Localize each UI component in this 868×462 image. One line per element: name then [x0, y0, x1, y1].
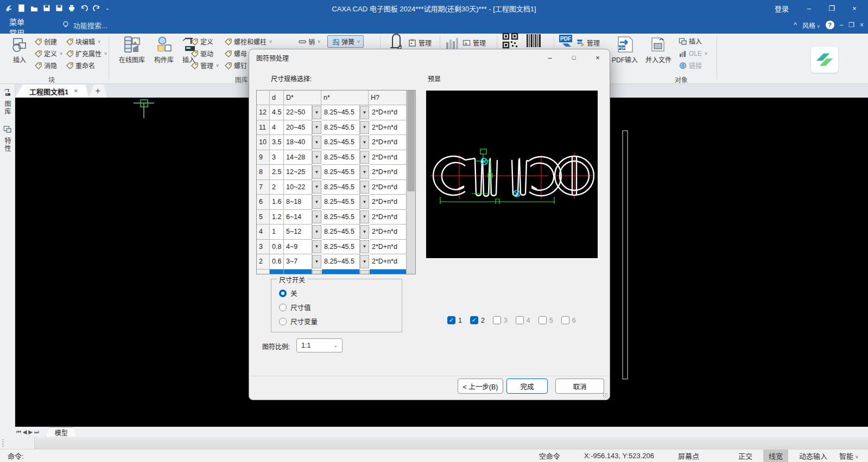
- D-cell[interactable]: 12~25: [284, 165, 312, 180]
- manage-clip-button[interactable]: 管理: [408, 37, 432, 48]
- manage-image-button[interactable]: 管理: [462, 37, 486, 48]
- status-screen-point[interactable]: 屏幕点: [666, 451, 732, 461]
- n-dropdown-button[interactable]: ▼: [360, 210, 369, 224]
- D-cell[interactable]: 10~22: [284, 180, 312, 195]
- table-row[interactable]: 12 4.5 22~50 ▼ 8.25~45.5 ▼ 2*D+n*d: [257, 105, 415, 120]
- D-dropdown-button[interactable]: ▼: [312, 240, 321, 254]
- D-dropdown-button[interactable]: ▼: [312, 210, 321, 224]
- table-row[interactable]: 7 2 10~22 ▼ 8.25~45.5 ▼ 2*D+n*d: [257, 180, 415, 195]
- table-row[interactable]: 8 2.5 12~25 ▼ 8.25~45.5 ▼ 2*D+n*d: [257, 165, 415, 180]
- insert-block-button[interactable]: 插入: [4, 35, 35, 64]
- view-checkbox[interactable]: ✓ 3: [493, 316, 508, 324]
- ribbon-small-button[interactable]: 螺母˅: [224, 48, 247, 59]
- table-row[interactable]: 1 0.5 3~6 ▼ 8.25~45.5 ▼ 2*D+n*d: [257, 270, 415, 275]
- n-cell[interactable]: 8.25~45.5: [322, 120, 360, 136]
- D-dropdown-button[interactable]: ▼: [312, 136, 321, 149]
- D-dropdown-button[interactable]: ▼: [312, 121, 321, 134]
- chart-tool[interactable]: [444, 35, 459, 49]
- D-dropdown-button[interactable]: ▼: [312, 225, 321, 239]
- table-row[interactable]: 4 1 5~12 ▼ 8.25~45.5 ▼ 2*D+n*d: [257, 224, 415, 240]
- n-cell[interactable]: 8.25~45.5: [322, 224, 360, 240]
- row-number-cell[interactable]: 12: [257, 105, 270, 120]
- n-cell[interactable]: 8.25~45.5: [322, 105, 360, 120]
- n-dropdown-button[interactable]: ▼: [360, 121, 369, 134]
- d-cell[interactable]: 0.5: [270, 270, 284, 275]
- dialog-resize-grip[interactable]: [603, 393, 608, 398]
- new-file-icon[interactable]: [18, 4, 26, 12]
- H-cell[interactable]: 2*D+n*d: [370, 270, 408, 275]
- qr-code-button[interactable]: [502, 35, 518, 46]
- status-dynamic-input-toggle[interactable]: 动态输入: [793, 451, 834, 461]
- H-cell[interactable]: 2*D+n*d: [370, 105, 408, 120]
- n-cell[interactable]: 8.25~45.5: [322, 240, 360, 255]
- view-checkbox[interactable]: ✓ 1: [447, 316, 462, 324]
- preview-viewport[interactable]: [426, 91, 598, 258]
- D-dropdown-button[interactable]: ▼: [312, 270, 321, 275]
- tab-close-icon[interactable]: ×: [74, 87, 78, 95]
- dialog-minimize-button[interactable]: –: [538, 49, 562, 66]
- window-minimize-button[interactable]: –: [799, 1, 819, 16]
- D-dropdown-button[interactable]: ▼: [312, 106, 321, 119]
- d-cell[interactable]: 2.5: [270, 165, 284, 180]
- object-insert-button[interactable]: 插入: [679, 35, 702, 47]
- H-cell[interactable]: 2*D+n*d: [370, 195, 408, 210]
- row-number-cell[interactable]: 7: [257, 180, 270, 195]
- H-cell[interactable]: 2*D+n*d: [370, 120, 408, 136]
- row-number-cell[interactable]: 11: [257, 120, 270, 136]
- d-cell[interactable]: 4.5: [270, 105, 284, 120]
- ole-button[interactable]: OLE˅: [679, 48, 707, 59]
- row-number-cell[interactable]: 8: [257, 165, 270, 180]
- barcode-button[interactable]: [525, 35, 542, 46]
- dialog-close-button[interactable]: ×: [586, 49, 610, 66]
- window-restore-button[interactable]: ❐: [821, 1, 842, 16]
- save-as-icon[interactable]: [55, 4, 63, 12]
- table-row[interactable]: 10 3.5 18~40 ▼ 8.25~45.5 ▼ 2*D+n*d: [257, 135, 415, 150]
- d-cell[interactable]: 1.6: [270, 195, 284, 210]
- style-menu[interactable]: 风格 ˅: [802, 21, 820, 30]
- status-smart-snap-menu[interactable]: 智能 ˅: [834, 451, 868, 461]
- ribbon-small-button[interactable]: 扩充属性˅: [65, 48, 107, 59]
- D-cell[interactable]: 5~12: [284, 224, 312, 240]
- ribbon-tab[interactable]: 菜单: [0, 16, 49, 27]
- H-cell[interactable]: 2*D+n*d: [370, 150, 408, 165]
- ribbon-small-button[interactable]: 消隐˅: [34, 60, 57, 71]
- D-cell[interactable]: 3~6: [284, 270, 312, 275]
- n-dropdown-button[interactable]: ▼: [360, 181, 369, 194]
- table-scrollbar[interactable]: [406, 91, 415, 274]
- cancel-button[interactable]: 取消: [555, 378, 604, 394]
- D-dropdown-button[interactable]: ▼: [312, 165, 321, 179]
- D-cell[interactable]: 14~28: [284, 150, 312, 165]
- function-search[interactable]: 功能搜索...: [62, 16, 107, 34]
- manage-pdf-button[interactable]: 管理: [576, 37, 600, 48]
- d-cell[interactable]: 3.5: [270, 135, 284, 150]
- table-row[interactable]: 6 1.6 8~18 ▼ 8.25~45.5 ▼ 2*D+n*d: [257, 195, 415, 210]
- scrollbar-thumb[interactable]: [407, 91, 415, 191]
- ribbon-small-button[interactable]: 驱动˅: [190, 48, 213, 59]
- status-linewidth-toggle[interactable]: 线宽: [763, 450, 788, 462]
- ribbon-small-button[interactable]: 创建˅: [34, 36, 57, 47]
- n-cell[interactable]: 8.25~45.5: [322, 270, 360, 275]
- d-cell[interactable]: 4: [270, 120, 284, 136]
- ribbon-small-button[interactable]: 螺栓和螺柱˅: [224, 36, 272, 47]
- help-icon[interactable]: ?: [826, 21, 834, 29]
- row-number-cell[interactable]: 5: [257, 210, 270, 225]
- command-window-handle[interactable]: [0, 437, 35, 449]
- document-tab[interactable]: 工程图文档1 ×: [15, 85, 88, 98]
- collapse-ribbon-icon[interactable]: ^: [794, 21, 797, 29]
- ribbon-small-button[interactable]: 管理˅: [190, 60, 219, 71]
- doc-restore-icon[interactable]: ❐: [848, 21, 854, 29]
- new-tab-button[interactable]: +: [88, 85, 107, 98]
- D-cell[interactable]: 6~14: [284, 210, 312, 225]
- ribbon-small-button[interactable]: 定义˅: [190, 36, 213, 47]
- n-cell[interactable]: 8.25~45.5: [322, 180, 360, 195]
- view-checkbox[interactable]: ✓ 6: [561, 316, 576, 324]
- H-cell[interactable]: 2*D+n*d: [370, 210, 408, 225]
- save-icon[interactable]: [43, 4, 50, 12]
- H-cell[interactable]: 2*D+n*d: [370, 224, 408, 240]
- D-dropdown-button[interactable]: ▼: [312, 255, 321, 268]
- finish-button[interactable]: 完成: [506, 378, 548, 394]
- H-cell[interactable]: 2*D+n*d: [370, 180, 408, 195]
- row-number-cell[interactable]: 3: [257, 240, 270, 255]
- undo-icon[interactable]: [80, 4, 88, 12]
- redo-icon[interactable]: [93, 4, 100, 12]
